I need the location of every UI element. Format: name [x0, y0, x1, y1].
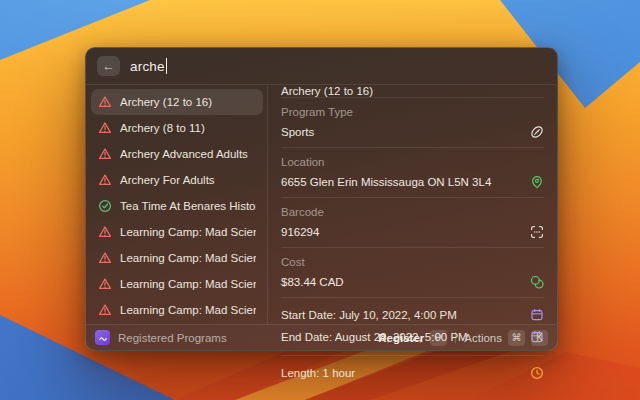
list-item-label: Learning Camp: Mad Science -... [120, 278, 256, 290]
register-button[interactable]: Register ↵ [378, 330, 447, 346]
footer-bar: Registered Programs Register ↵ Actions ⌘… [86, 324, 557, 350]
list-item-label: Learning Camp: Mad Science -... [120, 252, 256, 264]
list-item-label: Archery (8 to 11) [120, 122, 205, 134]
squiggle-glyph [97, 332, 109, 344]
field-label: Barcode [281, 204, 544, 221]
warning-icon [98, 277, 112, 291]
command-keycap: ⌘ [508, 330, 525, 346]
list-item-label: Archery (12 to 16) [120, 96, 212, 108]
warning-icon [98, 121, 112, 135]
register-label: Register [378, 332, 424, 344]
check-circle-icon [98, 199, 112, 213]
return-keycap: ↵ [430, 330, 447, 346]
start-date-text: Start Date: July 10, 2022, 4:00 PM [281, 309, 457, 321]
actions-button[interactable]: Actions ⌘ K [464, 330, 548, 346]
list-item-label: Learning Camp: Mad Science -... [120, 226, 256, 238]
search-query: arche [130, 59, 165, 74]
field-value: 6655 Glen Erin Mississauga ON L5N 3L4 [281, 176, 491, 188]
back-button[interactable]: ← [97, 56, 120, 76]
detail-section-program-type: Program Type Sports [281, 98, 544, 148]
launcher-window: ← arche Archery (12 to 16) Archery (8 to… [85, 47, 558, 351]
list-item-label: Archery For Adults [120, 174, 215, 186]
footer-divider [455, 332, 456, 343]
search-bar: ← arche [86, 48, 557, 85]
location-pin-icon [530, 175, 544, 189]
field-label: Location [281, 154, 544, 171]
calendar-icon [530, 308, 544, 322]
list-item-label: Archery Advanced Adults [120, 148, 248, 160]
clock-icon [530, 366, 544, 380]
warning-icon [98, 147, 112, 161]
warning-icon [98, 251, 112, 265]
warning-icon [98, 303, 112, 317]
barcode-scan-icon [530, 225, 544, 239]
list-item[interactable]: Learning Camp: Mad Science -... [91, 271, 263, 297]
extension-icon [95, 330, 110, 345]
detail-panel: Archery (12 to 16) Program Type Sports L… [268, 85, 557, 324]
list-item[interactable]: Archery Advanced Adults [91, 141, 263, 167]
list-item[interactable]: Tea Time At Benares Historic Ho... [91, 193, 263, 219]
field-value: Sports [281, 126, 314, 138]
k-keycap: K [531, 330, 548, 346]
detail-section-barcode: Barcode 916294 [281, 198, 544, 248]
main-area: Archery (12 to 16) Archery (8 to 11) Arc… [86, 85, 557, 324]
footer-source-label: Registered Programs [118, 332, 227, 344]
field-value: 916294 [281, 226, 319, 238]
list-item[interactable]: Learning Camp: Mad Science -... [91, 245, 263, 271]
warning-icon [98, 95, 112, 109]
detail-section-location: Location 6655 Glen Erin Mississauga ON L… [281, 148, 544, 198]
list-item[interactable]: Archery For Adults [91, 167, 263, 193]
search-input[interactable]: arche [130, 58, 167, 74]
actions-label: Actions [464, 332, 502, 344]
list-item[interactable]: Archery (12 to 16) [91, 89, 263, 115]
detail-title: Archery (12 to 16) [281, 85, 544, 98]
text-caret [166, 58, 168, 74]
arrow-left-icon: ← [103, 59, 115, 73]
field-label: Cost [281, 254, 544, 271]
field-label: Program Type [281, 104, 544, 121]
list-item-label: Learning Camp: Mad Science -... [120, 304, 256, 316]
list-item[interactable]: Archery (8 to 11) [91, 115, 263, 141]
detail-section-cost: Cost $83.44 CAD [281, 248, 544, 298]
list-item-label: Tea Time At Benares Historic Ho... [120, 200, 256, 212]
warning-icon [98, 225, 112, 239]
results-list: Archery (12 to 16) Archery (8 to 11) Arc… [86, 85, 268, 324]
list-item[interactable]: Learning Camp: Mad Science -... [91, 297, 263, 323]
warning-icon [98, 173, 112, 187]
detail-section-length: Length: 1 hour [281, 356, 544, 391]
field-value: $83.44 CAD [281, 276, 344, 288]
coins-icon [530, 275, 544, 289]
length-text: Length: 1 hour [281, 367, 355, 379]
sports-ball-icon [530, 125, 544, 139]
list-item[interactable]: Learning Camp: Mad Science -... [91, 219, 263, 245]
